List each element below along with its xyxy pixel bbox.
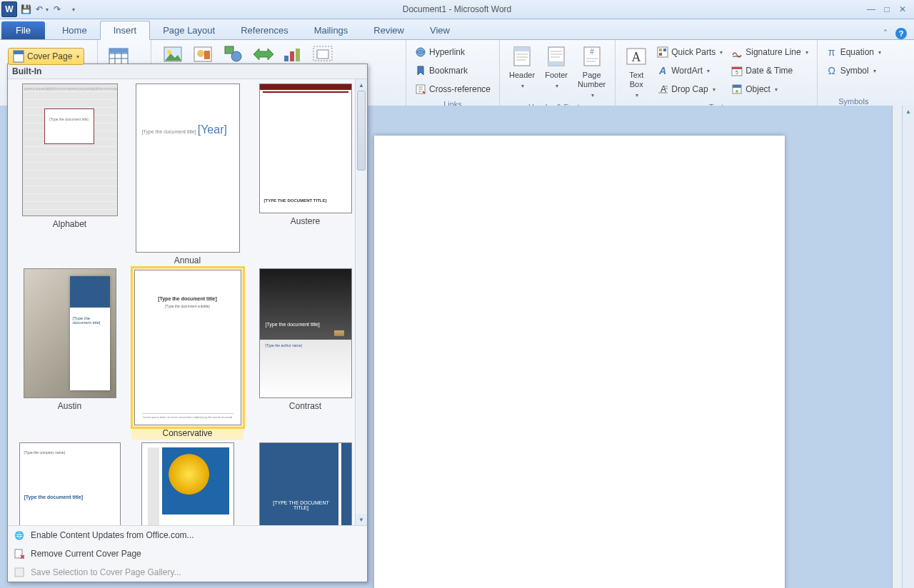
svg-rect-14 — [290, 51, 294, 61]
gallery-item-exposure[interactable]: Exposure — [131, 442, 243, 525]
gallery-footer: 🌐Enable Content Updates from Office.com.… — [8, 525, 367, 582]
qat-customize[interactable]: ▾ — [66, 2, 80, 16]
window-controls: — □ ✕ — [865, 4, 914, 15]
cover-page-icon — [13, 51, 24, 62]
cover-page-button[interactable]: Cover Page▾ — [8, 48, 84, 65]
gallery-item-alphabet[interactable]: qwertyuiopasdghjklzxcvbnmqwertyuiopasdgh… — [14, 83, 126, 265]
vertical-scrollbar[interactable]: ▲ — [902, 106, 914, 588]
datetime-icon: 5 — [731, 65, 743, 76]
footer-icon — [545, 45, 568, 68]
gallery-scroll-down[interactable]: ▼ — [356, 514, 367, 525]
svg-rect-39 — [659, 53, 662, 56]
redo-button[interactable]: ↷ — [50, 2, 64, 16]
tab-home[interactable]: Home — [49, 21, 100, 39]
minimize-ribbon[interactable]: ˄ — [880, 28, 891, 39]
word-app-icon[interactable]: W — [1, 1, 17, 17]
scroll-up[interactable]: ▲ — [903, 106, 914, 117]
menu-remove-cover[interactable]: Remove Current Cover Page — [8, 544, 367, 563]
gallery-item-cubicles[interactable]: [Type the company name][Type the documen… — [14, 442, 126, 525]
vertical-ruler — [892, 106, 903, 588]
svg-rect-57 — [15, 568, 24, 577]
maximize-button[interactable]: □ — [881, 4, 893, 15]
tab-references[interactable]: References — [228, 21, 301, 39]
object-button[interactable]: Object▾ — [728, 80, 810, 98]
thumb-austin: [Type the document title] — [24, 268, 116, 398]
svg-point-12 — [231, 51, 241, 61]
help-button[interactable]: ? — [895, 28, 907, 39]
gallery-item-annual[interactable]: [Type the document title] [Year] Annual — [131, 83, 243, 265]
redo-icon: ↷ — [51, 4, 63, 15]
tab-review[interactable]: Review — [361, 21, 417, 39]
gallery-heading: Built-In — [8, 64, 367, 79]
wordart-icon: A — [657, 65, 668, 76]
bookmark-button[interactable]: Bookmark — [412, 61, 493, 80]
tab-view[interactable]: View — [417, 21, 463, 39]
svg-rect-13 — [284, 56, 288, 61]
gallery-scrollbar[interactable]: ▲ ▼ — [355, 79, 367, 525]
svg-rect-15 — [296, 49, 300, 61]
gallery-item-conservative[interactable]: [Type the document title][Type the docum… — [131, 268, 243, 440]
gallery-item-austere[interactable]: [TYPE THE DOCUMENT TITLE] Austere — [249, 83, 361, 265]
thumb-alphabet: qwertyuiopasdghjklzxcvbnmqwertyuiopasdgh… — [22, 83, 118, 216]
svg-text:5: 5 — [735, 70, 738, 75]
crossref-button[interactable]: Cross-reference — [412, 80, 493, 98]
textbox-button[interactable]: AText Box▾ — [621, 43, 651, 101]
gallery-body: qwertyuiopasdghjklzxcvbnmqwertyuiopasdgh… — [8, 79, 367, 525]
document-page[interactable] — [374, 136, 785, 588]
menu-office-updates[interactable]: 🌐Enable Content Updates from Office.com.… — [8, 526, 367, 544]
date-time-button[interactable]: 5Date & Time — [728, 61, 810, 80]
svg-rect-21 — [514, 47, 530, 51]
dropcap-icon: A — [657, 83, 668, 95]
symbol-button[interactable]: ΩSymbol▾ — [823, 61, 884, 80]
crossref-icon — [415, 83, 426, 95]
equation-button[interactable]: πEquation▾ — [823, 43, 884, 61]
save-selection-icon — [14, 567, 25, 578]
header-icon — [511, 45, 533, 68]
undo-icon: ↶ — [34, 4, 44, 15]
thumb-annual: [Type the document title] [Year] — [136, 83, 240, 253]
bookmark-icon — [415, 65, 426, 76]
screenshot-icon — [311, 43, 334, 66]
save-button[interactable]: 💾 — [19, 2, 33, 16]
signature-line-button[interactable]: Signature Line▾ — [728, 43, 810, 61]
window-title: Document1 - Microsoft Word — [0, 4, 914, 14]
gallery-scroll-thumb[interactable] — [357, 91, 366, 171]
hyperlink-icon — [415, 46, 426, 58]
svg-point-9 — [197, 50, 204, 57]
page-number-button[interactable]: #Page Number▾ — [574, 43, 609, 101]
footer-button[interactable]: Footer▾ — [541, 43, 571, 92]
close-button[interactable]: ✕ — [897, 4, 908, 15]
dropcap-button[interactable]: ADrop Cap▾ — [654, 80, 725, 98]
svg-text:#: # — [590, 48, 594, 56]
thumb-exposure — [141, 442, 234, 525]
minimize-button[interactable]: — — [865, 4, 877, 15]
clipart-icon — [191, 43, 214, 66]
smartart-icon — [251, 43, 274, 66]
gallery-scroll-up[interactable]: ▲ — [356, 79, 367, 91]
quickparts-icon — [657, 46, 668, 58]
tab-insert[interactable]: Insert — [100, 21, 151, 40]
tab-file[interactable]: File — [1, 21, 45, 39]
save-icon: 💾 — [20, 4, 31, 15]
tab-page-layout[interactable]: Page Layout — [150, 21, 228, 39]
wordart-button[interactable]: AWordArt▾ — [654, 61, 725, 80]
undo-button[interactable]: ↶▾ — [34, 2, 49, 16]
group-header-footer: Header▾ Footer▾ #Page Number▾ Header & F… — [500, 40, 616, 107]
svg-rect-26 — [548, 61, 564, 66]
textbox-icon: A — [625, 45, 648, 68]
svg-text:A: A — [632, 50, 641, 64]
gallery-item-austin[interactable]: [Type the document title] Austin — [14, 268, 126, 440]
tab-mailings[interactable]: Mailings — [301, 21, 361, 39]
ribbon-tabs: File Home Insert Page Layout References … — [0, 19, 914, 40]
svg-rect-37 — [659, 49, 662, 51]
office-icon: 🌐 — [14, 529, 25, 541]
svg-rect-47 — [732, 67, 742, 69]
header-button[interactable]: Header▾ — [506, 43, 538, 92]
cover-page-gallery: Built-In qwertyuiopasdghjklzxcvbnmqwerty… — [7, 64, 368, 582]
symbol-icon: Ω — [826, 65, 838, 76]
hyperlink-button[interactable]: Hyperlink — [412, 43, 493, 61]
gallery-item-contrast[interactable]: [Type the document title][Type the autho… — [249, 268, 361, 440]
gallery-item-grid[interactable]: [TYPE THE DOCUMENT TITLE] Grid — [249, 442, 361, 525]
thumb-cubicles: [Type the company name][Type the documen… — [19, 442, 121, 525]
quickparts-button[interactable]: Quick Parts▾ — [654, 43, 725, 61]
